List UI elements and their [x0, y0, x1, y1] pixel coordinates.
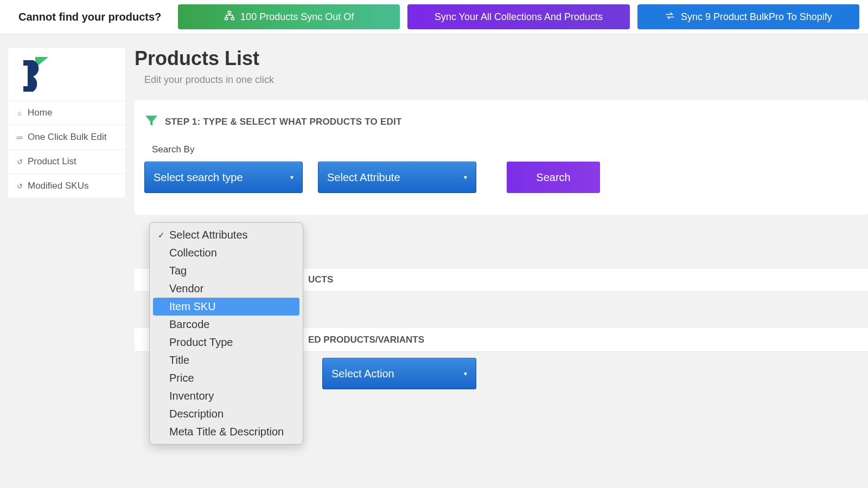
sync-all-button[interactable]: Sync Your All Collections And Products: [407, 4, 629, 29]
select-search-type-label: Select search type: [154, 171, 243, 184]
sidebar-item-bulk-edit[interactable]: ≔ One Click Bulk Edit: [8, 125, 125, 150]
sync-out-label: 100 Products Sync Out Of: [240, 11, 354, 23]
dropdown-option-label: Meta Title & Description: [169, 426, 284, 438]
step1-title: STEP 1: TYPE & SELECT WHAT PRODUCTS TO E…: [165, 117, 401, 127]
page-title: Products List: [135, 47, 868, 70]
dropdown-option-label: Price: [169, 372, 194, 384]
svg-rect-2: [231, 17, 234, 20]
select-attribute-label: Select Attribute: [327, 171, 400, 184]
main-container: ⌂ Home ≔ One Click Bulk Edit ↺ Product L…: [0, 34, 868, 215]
dropdown-option[interactable]: Product Type: [153, 333, 299, 351]
dropdown-option[interactable]: Collection: [153, 244, 299, 262]
check-icon: ✓: [157, 230, 165, 240]
sync-out-button[interactable]: 100 Products Sync Out Of: [178, 4, 400, 29]
step2-title-fragment: UCTS: [308, 274, 333, 285]
dropdown-option[interactable]: Meta Title & Description: [153, 423, 299, 441]
sidebar-item-label: Home: [28, 107, 52, 118]
sidebar-item-product-list[interactable]: ↺ Product List: [8, 150, 125, 174]
step3-controls: Select Action ▾: [322, 358, 476, 389]
dropdown-option-label: Product Type: [169, 336, 233, 349]
sidebar-item-modified-skus[interactable]: ↺ Modified SKUs: [8, 174, 125, 198]
dropdown-option[interactable]: Price: [153, 369, 299, 387]
chevron-down-icon: ▾: [464, 174, 467, 181]
dropdown-option[interactable]: Inventory: [153, 387, 299, 405]
select-action[interactable]: Select Action ▾: [322, 358, 476, 389]
sync-bulkpro-label: Sync 9 Product BulkPro To Shopify: [681, 11, 832, 23]
dropdown-option[interactable]: Title: [153, 351, 299, 369]
svg-rect-0: [228, 11, 231, 13]
dropdown-option[interactable]: Description: [153, 405, 299, 423]
step1-controls: Select search type ▾ Select Attribute ▾ …: [144, 162, 858, 193]
dropdown-option[interactable]: Barcode: [153, 316, 299, 333]
dropdown-option-label: Inventory: [169, 390, 214, 402]
sidebar-item-label: Product List: [28, 156, 76, 167]
chevron-down-icon: ▾: [464, 370, 467, 377]
sidebar-item-label: Modified SKUs: [28, 181, 88, 191]
sync-bulkpro-button[interactable]: Sync 9 Product BulkPro To Shopify: [637, 4, 859, 29]
dropdown-option-label: Description: [169, 408, 224, 420]
top-bar: Cannot find your products? 100 Products …: [0, 0, 868, 34]
dropdown-option-label: Title: [169, 354, 189, 367]
dropdown-option-label: Item SKU: [169, 300, 216, 313]
search-by-label: Search By: [152, 144, 858, 155]
dropdown-option-label: Select Attributes: [169, 229, 248, 241]
page-subtitle: Edit your products in one click: [144, 74, 868, 86]
home-icon: ⌂: [16, 109, 23, 117]
swap-icon: [665, 10, 675, 24]
dropdown-option[interactable]: Vendor: [153, 280, 299, 298]
sitemap-icon: [224, 10, 235, 24]
main-content: Products List Edit your products in one …: [135, 47, 868, 215]
dropdown-option-label: Collection: [169, 247, 217, 259]
clock-icon: ↺: [16, 182, 23, 190]
logo: [8, 48, 125, 101]
topbar-message: Cannot find your products?: [18, 11, 165, 23]
clock-icon: ↺: [16, 158, 23, 166]
dropdown-option[interactable]: Item SKU: [153, 298, 299, 316]
chevron-down-icon: ▾: [290, 174, 293, 181]
select-attribute[interactable]: Select Attribute ▾: [318, 162, 476, 193]
svg-rect-1: [225, 17, 228, 20]
list-icon: ≔: [16, 133, 23, 142]
step1-card: STEP 1: TYPE & SELECT WHAT PRODUCTS TO E…: [135, 100, 868, 215]
dropdown-option-label: Barcode: [169, 318, 210, 331]
filter-icon: [144, 114, 158, 130]
sidebar-item-label: One Click Bulk Edit: [28, 132, 107, 143]
search-type-dropdown: ✓Select AttributesCollectionTagVendorIte…: [149, 222, 303, 445]
select-action-label: Select Action: [331, 368, 394, 380]
step1-header: STEP 1: TYPE & SELECT WHAT PRODUCTS TO E…: [144, 114, 858, 130]
step3-title-fragment: ED PRODUCTS/VARIANTS: [308, 335, 424, 345]
dropdown-option-label: Tag: [169, 265, 187, 277]
sidebar: ⌂ Home ≔ One Click Bulk Edit ↺ Product L…: [8, 47, 126, 198]
sync-all-label: Sync Your All Collections And Products: [435, 11, 603, 23]
dropdown-option[interactable]: Tag: [153, 262, 299, 280]
dropdown-option-label: Vendor: [169, 282, 203, 295]
sidebar-item-home[interactable]: ⌂ Home: [8, 101, 125, 125]
select-search-type[interactable]: Select search type ▾: [144, 162, 303, 193]
dropdown-option[interactable]: ✓Select Attributes: [153, 226, 299, 244]
search-button[interactable]: Search: [507, 162, 600, 193]
